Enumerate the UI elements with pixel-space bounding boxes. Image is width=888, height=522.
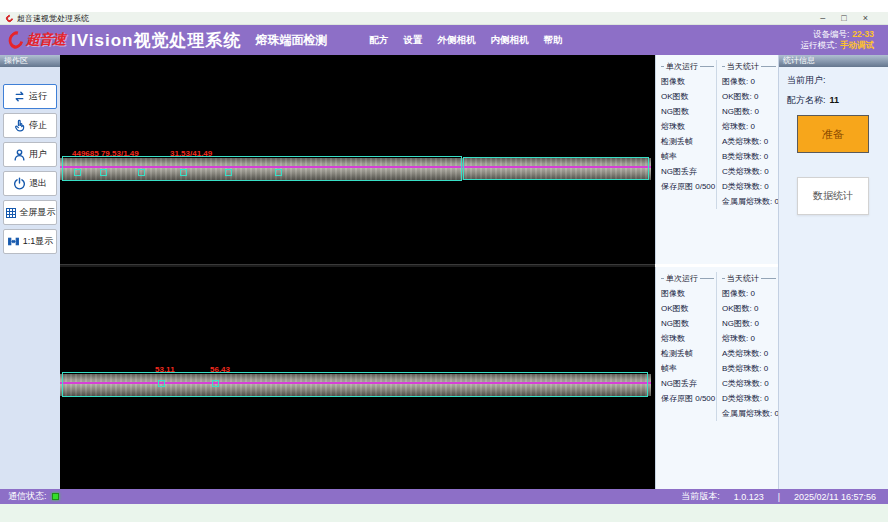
status-separator: | [778, 492, 780, 502]
version-value: 1.0.123 [734, 492, 764, 502]
brand-logo: 超音速 [8, 31, 65, 49]
today-stats-column: 当天统计 图像数: 0 OK图数: 0 NG图数: 0 熔珠数: 0 A类熔珠数… [716, 272, 776, 421]
recipe-name-value: 11 [830, 95, 840, 105]
stat-row: A类熔珠数: 0 [722, 346, 776, 361]
run-button-label: 运行 [29, 90, 47, 103]
stat-row: 熔珠数 [661, 119, 714, 134]
camera-area: 449685 79.53/1.49 31.53/41.49 53.11 56 [60, 55, 655, 489]
close-button[interactable]: × [863, 13, 868, 24]
main-menu: 配方 设置 外侧相机 内侧相机 帮助 [369, 34, 562, 47]
camera-view-bottom[interactable]: 53.11 56.43 [60, 267, 655, 489]
stat-row: OK图数: 0 [722, 89, 776, 104]
data-statistics-button[interactable]: 数据统计 [797, 177, 869, 215]
sidebar-title: 操作区 [0, 55, 60, 67]
application-window: 超音速视觉处理系统 – □ × 超音速 IVision视觉处理系统 熔珠端面检测… [0, 0, 888, 522]
stat-row: NG图数: 0 [722, 104, 776, 119]
stat-row: 熔珠数 [661, 331, 714, 346]
app-logo-icon [5, 13, 15, 23]
single-run-title: 单次运行 [661, 272, 714, 284]
detection-region-box [62, 372, 648, 397]
stat-row: OK图数: 0 [722, 301, 776, 316]
stat-row: 金属屑熔珠数: 0 [722, 406, 776, 421]
menu-item-inner-camera[interactable]: 内侧相机 [490, 34, 528, 47]
window-title: 超音速视觉处理系统 [17, 13, 89, 24]
today-stats-column: 当天统计 图像数: 0 OK图数: 0 NG图数: 0 熔珠数: 0 A类熔珠数… [716, 60, 776, 209]
stat-row: 保存原图 0/500 [661, 391, 714, 406]
stat-row: D类熔珠数: 0 [722, 391, 776, 406]
device-number-value: 22-33 [852, 29, 874, 39]
page-subtitle: 熔珠端面检测 [255, 32, 327, 49]
stats-panel-bottom: 单次运行 图像数 OK图数 NG图数 熔珠数 检测丢帧 帧率 NG图丢弃 保存原… [655, 267, 778, 489]
recipe-name-label: 配方名称: [787, 95, 826, 105]
logo-swoosh-icon [6, 28, 26, 52]
maximize-button[interactable]: □ [841, 13, 846, 24]
run-button[interactable]: 运行 [3, 84, 57, 109]
user-icon [13, 148, 26, 161]
stat-row: D类熔珠数: 0 [722, 179, 776, 194]
sidebar-buttons: 运行 停止 用户 退出 全屏显示 [0, 84, 60, 254]
os-titlebar: 超音速视觉处理系统 – □ × [0, 12, 888, 25]
user-button-label: 用户 [29, 148, 47, 161]
fullscreen-button-label: 全屏显示 [20, 206, 56, 219]
stat-row: OK图数 [661, 301, 714, 316]
stop-hand-icon [13, 119, 26, 132]
stat-row: 金属屑熔珠数: 0 [722, 194, 776, 209]
stat-row: OK图数 [661, 89, 714, 104]
main-area: 操作区 运行 停止 用户 退出 [0, 55, 888, 489]
statistics-info-title: 统计信息 [779, 55, 888, 67]
stat-row: 图像数 [661, 74, 714, 89]
detection-box [138, 169, 145, 176]
stat-row: 检测丢帧 [661, 134, 714, 149]
stats-panel-top: 单次运行 图像数 OK图数 NG图数 熔珠数 检测丢帧 帧率 NG图丢弃 保存原… [655, 55, 778, 264]
fullscreen-icon [5, 207, 17, 219]
desktop-bottom-strip [0, 504, 888, 522]
datetime-value: 2025/02/11 16:57:56 [794, 492, 876, 502]
stop-button[interactable]: 停止 [3, 113, 57, 138]
window-controls: – □ × [820, 13, 882, 24]
stat-row: B类熔珠数: 0 [722, 149, 776, 164]
user-button[interactable]: 用户 [3, 142, 57, 167]
current-user-label: 当前用户: [787, 75, 826, 85]
stat-row: C类熔珠数: 0 [722, 376, 776, 391]
detection-box [158, 380, 165, 387]
prepare-button[interactable]: 准备 [797, 115, 869, 153]
stat-row: NG图丢弃 [661, 164, 714, 179]
single-run-title: 单次运行 [661, 60, 714, 72]
stat-row: NG图数 [661, 316, 714, 331]
menu-item-help[interactable]: 帮助 [543, 34, 562, 47]
operation-sidebar: 操作区 运行 停止 用户 退出 [0, 55, 60, 489]
detection-box [212, 380, 219, 387]
stat-row: 熔珠数: 0 [722, 119, 776, 134]
version-info: 当前版本: 1.0.123 | 2025/02/11 16:57:56 [681, 490, 880, 503]
run-mode-label: 运行模式: [801, 40, 837, 50]
power-icon [13, 177, 26, 190]
menu-item-settings[interactable]: 设置 [403, 34, 422, 47]
camera-view-top[interactable]: 449685 79.53/1.49 31.53/41.49 [60, 55, 655, 264]
stat-row: A类熔珠数: 0 [722, 134, 776, 149]
one-to-one-button[interactable]: 1:1显示 [3, 229, 57, 254]
workpiece-strip-image [60, 374, 651, 396]
app-header: 超音速 IVision视觉处理系统 熔珠端面检测 配方 设置 外侧相机 内侧相机… [0, 25, 888, 55]
stat-row: 图像数: 0 [722, 74, 776, 89]
fullscreen-button[interactable]: 全屏显示 [3, 200, 57, 225]
stat-row: 帧率 [661, 149, 714, 164]
detection-region-box [62, 156, 462, 181]
menu-item-recipe[interactable]: 配方 [369, 34, 388, 47]
stat-row: 图像数 [661, 286, 714, 301]
minimize-button[interactable]: – [820, 13, 825, 24]
stop-button-label: 停止 [29, 119, 47, 132]
detection-box [100, 169, 107, 176]
menu-item-outer-camera[interactable]: 外侧相机 [437, 34, 475, 47]
comm-status-indicator [52, 493, 59, 500]
stat-row: 图像数: 0 [722, 286, 776, 301]
detection-box [275, 169, 282, 176]
detection-box [180, 169, 187, 176]
stat-row: 帧率 [661, 361, 714, 376]
one-to-one-button-label: 1:1显示 [23, 235, 54, 248]
single-run-column: 单次运行 图像数 OK图数 NG图数 熔珠数 检测丢帧 帧率 NG图丢弃 保存原… [661, 272, 714, 406]
stat-row: NG图数: 0 [722, 316, 776, 331]
page-title: IVision视觉处理系统 [71, 29, 241, 52]
exit-button[interactable]: 退出 [3, 171, 57, 196]
stat-row: C类熔珠数: 0 [722, 164, 776, 179]
workpiece-strip-image [60, 158, 651, 180]
